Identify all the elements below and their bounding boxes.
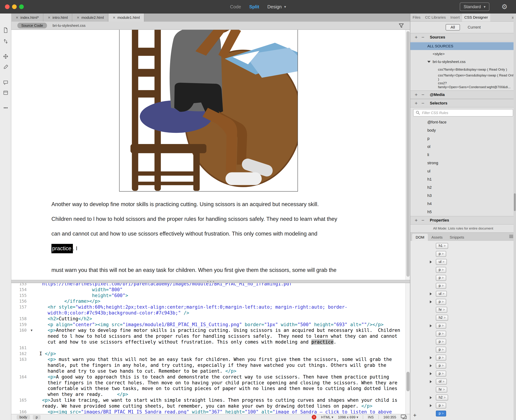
sort-arrows-icon[interactable] xyxy=(2,38,9,45)
panel-tab-cc-libraries[interactable]: CC Libraries xyxy=(423,14,448,22)
dom-node[interactable]: p> xyxy=(410,362,516,370)
split-view-divider[interactable] xyxy=(11,280,410,283)
dom-node[interactable]: p> xyxy=(410,410,516,418)
chevron-right-icon[interactable] xyxy=(430,396,432,399)
dom-node[interactable]: h2> xyxy=(410,394,516,402)
code-row[interactable]: 154 width="800" xyxy=(11,287,405,293)
selector-item[interactable]: ol xyxy=(410,142,516,151)
code-row[interactable]: 153 https://thefarthestpixel.com/bri/par… xyxy=(11,283,405,287)
dom-node[interactable]: ul> xyxy=(410,290,516,298)
dom-tag-pill[interactable]: h2> xyxy=(436,315,448,321)
dom-tag-pill[interactable]: p> xyxy=(436,371,446,376)
code-row[interactable]: 155 height="600"> xyxy=(11,293,405,299)
dom-tag-pill[interactable]: p> xyxy=(436,299,446,305)
dom-tag-pill[interactable]: p> xyxy=(436,251,446,257)
chevron-down-icon[interactable] xyxy=(427,61,431,63)
gear-icon[interactable]: ⚙ xyxy=(501,2,508,11)
dom-tag-pill[interactable]: p> xyxy=(436,275,446,281)
code-row[interactable]: 160▼ <p>Another way to develop fine moto… xyxy=(11,327,405,333)
design-paragraph-line[interactable]: can and cannot cut and how to use scisso… xyxy=(52,231,403,237)
tab-module1-html[interactable]: ×module1.html xyxy=(108,14,144,22)
code-row[interactable]: 161 xyxy=(11,345,405,351)
mode-all-button[interactable]: All xyxy=(446,24,460,30)
chevron-right-icon[interactable] xyxy=(430,364,432,367)
filter-icon[interactable] xyxy=(399,23,404,29)
doctype-dropdown[interactable]: HTML ▾ xyxy=(321,415,333,419)
selector-item[interactable]: strong xyxy=(410,159,516,167)
chevron-right-icon[interactable] xyxy=(430,300,432,303)
dom-tag-pill[interactable]: h1> xyxy=(436,243,448,249)
panel-scrollbar[interactable] xyxy=(514,14,516,420)
chevron-right-icon[interactable] xyxy=(430,404,432,407)
close-icon[interactable]: × xyxy=(77,15,79,20)
remove-selector-icon[interactable]: − xyxy=(420,100,426,106)
dom-tag-pill[interactable]: ul> xyxy=(436,259,447,265)
related-stylesheet-link[interactable]: bri-lu-stylesheet.css xyxy=(53,23,86,28)
selector-item[interactable]: body xyxy=(410,126,516,135)
tab-assets[interactable]: Assets xyxy=(428,234,446,241)
source-item[interactable]: bri-lu-stylesheet.css xyxy=(410,58,516,66)
code-scrollbar[interactable] xyxy=(405,283,410,414)
remove-media-icon[interactable]: − xyxy=(420,92,426,98)
selector-item[interactable]: p xyxy=(410,135,516,142)
filter-css-rules-input[interactable] xyxy=(422,111,511,115)
move-tool-icon[interactable] xyxy=(2,53,9,60)
panel-menu-icon[interactable] xyxy=(509,234,514,239)
preview-device-icon[interactable] xyxy=(401,414,407,420)
add-selector-icon[interactable]: + xyxy=(413,100,419,106)
workspace-dropdown[interactable]: Standard ▾ xyxy=(460,2,489,11)
dom-tag-pill[interactable]: ul> xyxy=(436,291,447,297)
source-item[interactable]: css?family=Bitter&display=swap ( Read On… xyxy=(410,66,516,74)
dom-tag-pill[interactable]: p> xyxy=(436,411,446,416)
minimize-button[interactable] xyxy=(12,4,17,9)
dom-tag-pill[interactable]: p> xyxy=(436,355,446,360)
dom-tag-pill[interactable]: p> xyxy=(436,283,446,289)
design-paragraph-line[interactable]: must warn you that this will not be an e… xyxy=(52,267,403,273)
code-row[interactable]: handle, put the fingers in any hole, and… xyxy=(11,362,405,368)
dom-node[interactable]: p> xyxy=(410,354,516,362)
design-paragraph-line[interactable]: practice. I xyxy=(52,245,403,252)
code-row[interactable]: their fingers in the correct holes. Then… xyxy=(11,380,405,386)
tab-snippets[interactable]: Snippets xyxy=(446,234,468,241)
panel-tab-files[interactable]: Files xyxy=(410,14,423,22)
dom-tag-pill[interactable]: p> xyxy=(436,267,446,273)
selector-item[interactable]: h4 xyxy=(410,200,516,208)
error-icon[interactable]: × xyxy=(312,415,316,420)
add-element-button[interactable]: + xyxy=(413,412,417,419)
mode-current-button[interactable]: Current xyxy=(468,25,481,30)
cutting-illustration-image[interactable] xyxy=(119,30,298,192)
source-item[interactable]: <style> xyxy=(410,50,516,58)
tag-selector-body[interactable]: body xyxy=(17,415,30,420)
dom-node[interactable]: ol> xyxy=(410,378,516,386)
dom-tag-pill[interactable]: p> xyxy=(436,339,446,345)
dom-node[interactable]: p> xyxy=(410,298,516,306)
tab-module2-html[interactable]: ×module2.html xyxy=(72,14,108,22)
chevron-right-icon[interactable] xyxy=(430,261,432,263)
dom-node[interactable]: hr> xyxy=(410,306,516,314)
selector-item[interactable]: ul xyxy=(410,167,516,175)
design-paragraph-line[interactable]: Another way to develop fine motor skills… xyxy=(52,201,403,208)
source-item[interactable]: css2?family=Open+Sans+Condensed:wght@700… xyxy=(410,81,516,89)
dom-tag-pill[interactable]: p> xyxy=(436,323,446,329)
chevron-right-icon[interactable] xyxy=(430,324,432,327)
remove-source-icon[interactable]: − xyxy=(420,34,426,40)
dom-node[interactable]: p> xyxy=(410,322,516,330)
more-options-icon[interactable] xyxy=(2,105,9,111)
close-icon[interactable]: × xyxy=(16,15,18,20)
source-code-button[interactable]: Source Code xyxy=(17,23,47,28)
dom-node[interactable]: p> xyxy=(410,370,516,378)
dom-tag-pill[interactable]: p> xyxy=(436,363,446,368)
dom-node[interactable]: p> xyxy=(410,266,516,274)
code-view[interactable]: 153 https://thefarthestpixel.com/bri/par… xyxy=(11,283,410,414)
add-media-icon[interactable]: + xyxy=(413,92,419,98)
code-row[interactable]: width:0;color:#7c943b;background-color:#… xyxy=(11,310,405,316)
dom-tag-pill[interactable]: p> xyxy=(436,347,446,352)
filter-box[interactable] xyxy=(413,109,513,117)
dom-node[interactable]: h1> xyxy=(410,242,516,250)
panel-tab-css-designer[interactable]: CSS Designer xyxy=(462,14,490,22)
dom-node[interactable]: p> xyxy=(410,274,516,282)
dom-node[interactable]: ul> xyxy=(410,258,516,266)
source-item[interactable]: ALL SOURCES xyxy=(410,42,516,50)
code-row[interactable]: ready. We have provided some cutting she… xyxy=(11,403,405,409)
code-fold-arrow[interactable]: ▼ xyxy=(27,327,37,333)
